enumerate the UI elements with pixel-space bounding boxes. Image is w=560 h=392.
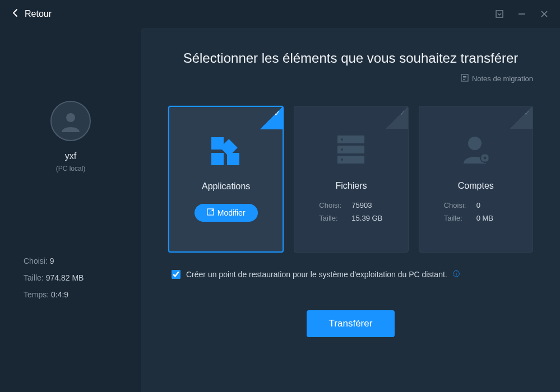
username: yxf xyxy=(65,151,76,161)
sidebar-stats: Choisi: 9 Taille: 974.82 MB Temps: 0:4:9 xyxy=(17,256,124,307)
card-corner: ✓ xyxy=(386,106,408,129)
person-icon xyxy=(58,109,83,133)
svg-rect-0 xyxy=(496,11,503,17)
titlebar: Retour xyxy=(0,0,560,28)
svg-rect-9 xyxy=(211,153,224,165)
main-wrap: yxf (PC local) Choisi: 9 Taille: 974.82 … xyxy=(0,28,560,392)
help-icon[interactable]: ⓘ xyxy=(453,269,460,279)
card-title-applications: Applications xyxy=(202,181,250,192)
apps-icon xyxy=(208,124,244,177)
pc-label: (PC local) xyxy=(56,165,86,172)
notes-icon xyxy=(461,74,469,83)
sidebar: yxf (PC local) Choisi: 9 Taille: 974.82 … xyxy=(0,28,141,392)
restore-checkbox[interactable] xyxy=(172,270,181,279)
card-fichiers[interactable]: ✓ Fichiers Choisi: 75 xyxy=(294,106,408,253)
modify-button[interactable]: Modifier xyxy=(195,204,258,222)
card-corner: ✓ xyxy=(510,106,533,129)
check-icon: ✓ xyxy=(274,109,280,118)
edit-icon xyxy=(207,208,214,217)
svg-point-17 xyxy=(341,158,343,161)
card-corner-selected: ✓ xyxy=(260,107,283,129)
minimize-icon[interactable] xyxy=(517,10,526,18)
svg-point-15 xyxy=(341,148,343,151)
svg-point-13 xyxy=(341,138,343,141)
svg-rect-10 xyxy=(227,153,239,165)
content: Sélectionner les éléments que vous souha… xyxy=(141,28,560,392)
back-button[interactable]: Retour xyxy=(11,8,52,20)
card-applications[interactable]: ✓ Applications Modifier xyxy=(168,106,284,253)
svg-point-20 xyxy=(483,156,486,159)
arrow-left-icon xyxy=(11,8,20,20)
card-stats-comptes: Choisi: 0 Taille: 0 MB xyxy=(431,201,521,227)
window-controls xyxy=(495,10,549,18)
card-stats-fichiers: Choisi: 75903 Taille: 15.39 GB xyxy=(306,201,396,227)
avatar xyxy=(50,101,91,141)
files-icon xyxy=(335,123,367,176)
check-icon: ✓ xyxy=(524,109,530,117)
migration-notes-link[interactable]: Notes de migration xyxy=(168,74,533,83)
stat-temps: Temps: 0:4:9 xyxy=(24,290,124,299)
restore-label: Créer un point de restauration pour le s… xyxy=(186,270,447,279)
transfer-button[interactable]: Transférer xyxy=(307,310,395,337)
cards: ✓ Applications Modifier xyxy=(168,106,533,253)
stat-choisi: Choisi: 9 xyxy=(24,256,124,265)
svg-point-2 xyxy=(66,113,75,122)
close-icon[interactable] xyxy=(540,10,549,18)
accounts-icon xyxy=(459,123,493,176)
card-title-comptes: Comptes xyxy=(458,181,494,191)
modify-label: Modifier xyxy=(217,208,246,217)
check-icon: ✓ xyxy=(400,109,406,117)
card-title-fichiers: Fichiers xyxy=(335,181,367,191)
restore-row: Créer un point de restauration pour le s… xyxy=(168,269,533,279)
page-title: Sélectionner les éléments que vous souha… xyxy=(168,50,533,66)
back-label: Retour xyxy=(25,9,52,19)
dropdown-icon[interactable] xyxy=(495,10,504,18)
migration-notes-label: Notes de migration xyxy=(472,74,533,83)
svg-point-18 xyxy=(468,137,482,150)
stat-taille: Taille: 974.82 MB xyxy=(24,273,124,282)
card-comptes[interactable]: ✓ Comptes xyxy=(419,106,533,253)
